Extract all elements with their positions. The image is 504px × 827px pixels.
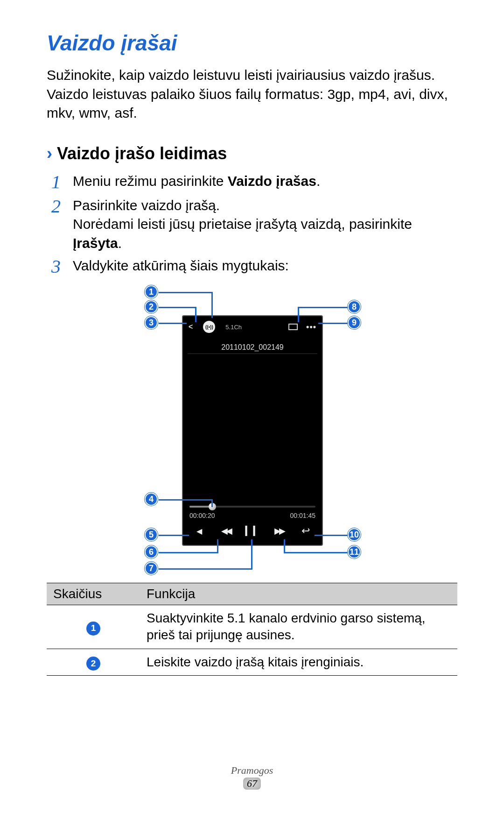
surround-icon: ((•)) bbox=[203, 321, 215, 333]
fullscreen-icon bbox=[288, 324, 298, 330]
table-header-number: Skaičius bbox=[47, 583, 140, 605]
step-number: 2 bbox=[51, 196, 64, 217]
page-footer: Pramogos 67 bbox=[0, 764, 504, 790]
player-diagram: < ((•)) 5.1Ch ••• 20110102_002149 00:00:… bbox=[112, 286, 392, 571]
seek-bar bbox=[189, 506, 315, 508]
pause-icon: ▎▎ bbox=[245, 526, 259, 536]
step-number: 3 bbox=[51, 256, 64, 277]
callout-6: 6 bbox=[145, 545, 158, 558]
row-description: Suaktyvinkite 5.1 kanalo erdvinio garso … bbox=[140, 605, 457, 649]
volume-icon: ◀ bbox=[192, 527, 206, 536]
step-text: Pasirinkite vaizdo įrašą. bbox=[73, 196, 457, 215]
row-number-badge: 1 bbox=[86, 622, 100, 636]
row-description: Leiskite vaizdo įrašą kitais įrenginiais… bbox=[140, 649, 457, 675]
chevron-right-icon: › bbox=[47, 144, 52, 163]
callout-10: 10 bbox=[348, 528, 361, 541]
section-title: Vaizdo įrašo leidimas bbox=[57, 144, 227, 163]
function-table: Skaičius Funkcija 1 Suaktyvinkite 5.1 ka… bbox=[47, 583, 457, 676]
table-row: 1 Suaktyvinkite 5.1 kanalo erdvinio gars… bbox=[47, 605, 457, 649]
next-icon: ▶▶ bbox=[272, 526, 286, 536]
back-icon: ↩ bbox=[299, 525, 313, 537]
section-heading: › Vaizdo įrašo leidimas bbox=[47, 144, 457, 163]
step-1: 1 Meniu režimu pasirinkite Vaizdo įrašas… bbox=[51, 172, 457, 192]
share-icon: < bbox=[189, 323, 193, 331]
step-text: Norėdami leisti jūsų prietaise įrašytą v… bbox=[73, 216, 412, 232]
step-3: 3 Valdykite atkūrimą šiais mygtukais: bbox=[51, 256, 457, 277]
step-bold: Vaizdo įrašas bbox=[228, 173, 316, 189]
callout-11: 11 bbox=[348, 545, 361, 558]
callout-7: 7 bbox=[145, 562, 158, 575]
callout-5: 5 bbox=[145, 528, 158, 541]
step-text: . bbox=[118, 235, 122, 251]
step-text: Meniu režimu pasirinkite bbox=[73, 173, 228, 189]
step-text: . bbox=[316, 173, 320, 189]
time-total: 00:01:45 bbox=[290, 512, 316, 519]
footer-category: Pramogos bbox=[0, 764, 504, 777]
previous-icon: ◀◀ bbox=[219, 526, 233, 536]
step-2: 2 Pasirinkite vaizdo įrašą. Norėdami lei… bbox=[51, 196, 457, 253]
callout-3: 3 bbox=[145, 316, 158, 329]
callout-4: 4 bbox=[145, 493, 158, 506]
video-filename: 20110102_002149 bbox=[183, 343, 322, 352]
callout-2: 2 bbox=[145, 300, 158, 313]
callout-8: 8 bbox=[348, 300, 361, 313]
phone-screenshot: < ((•)) 5.1Ch ••• 20110102_002149 00:00:… bbox=[182, 315, 323, 546]
step-bold: Įrašyta bbox=[73, 235, 118, 251]
row-number-badge: 2 bbox=[86, 657, 100, 671]
table-header-function: Funkcija bbox=[140, 583, 457, 605]
callout-1: 1 bbox=[145, 285, 158, 298]
time-elapsed: 00:00:20 bbox=[189, 512, 215, 519]
page-number: 67 bbox=[243, 778, 261, 790]
step-number: 1 bbox=[51, 172, 64, 192]
step-text: Valdykite atkūrimą šiais mygtukais: bbox=[73, 256, 289, 276]
more-icon: ••• bbox=[306, 325, 316, 329]
table-row: 2 Leiskite vaizdo įrašą kitais įrenginia… bbox=[47, 649, 457, 675]
intro-text: Sužinokite, kaip vaizdo leistuvu leisti … bbox=[47, 66, 457, 123]
surround-label: 5.1Ch bbox=[225, 324, 242, 331]
callout-9: 9 bbox=[348, 316, 361, 329]
page-title: Vaizdo įrašai bbox=[47, 30, 457, 56]
